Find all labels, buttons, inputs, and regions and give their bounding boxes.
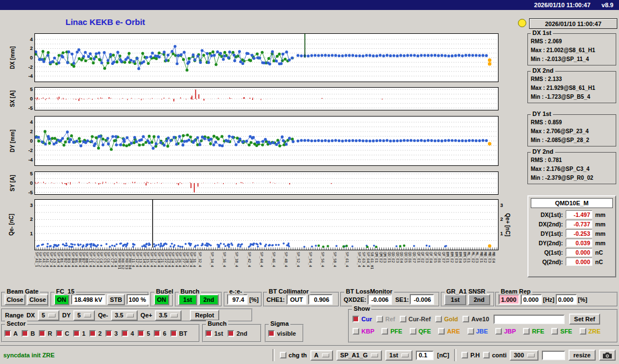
conti-checkbox[interactable] — [483, 352, 490, 358]
group-title: GR_A1 SNSR — [445, 288, 487, 295]
fc15-stb-button[interactable]: STB — [107, 294, 125, 305]
checkbox[interactable] — [410, 328, 416, 335]
ee-ratio-display: 97.4 — [227, 294, 248, 305]
checkbox[interactable] — [39, 330, 46, 337]
sector-6-toggle[interactable]: 6 — [154, 330, 166, 337]
beam-gate-close-2-button[interactable]: Close — [27, 294, 48, 305]
checkbox[interactable] — [462, 316, 469, 322]
checkbox[interactable] — [551, 328, 558, 335]
checkbox[interactable] — [138, 330, 144, 337]
group-jbe-toggle[interactable]: JBE — [467, 328, 488, 335]
sector-b-toggle[interactable]: B — [22, 330, 35, 337]
resize-button[interactable]: resize — [568, 350, 596, 361]
sector-c-toggle[interactable]: C — [56, 330, 69, 337]
group-jbp-toggle[interactable]: JBP — [495, 328, 516, 335]
bunch-select[interactable]: 1st — [385, 350, 412, 361]
ref-name-input[interactable] — [494, 315, 565, 324]
checkbox[interactable] — [580, 328, 586, 335]
group-kbp-toggle[interactable]: KBP — [353, 328, 374, 335]
group-zre-toggle[interactable]: ZRE — [580, 328, 601, 335]
sx-axis-label: SX [A] — [9, 90, 16, 107]
bunch-2nd-button[interactable]: 2nd — [199, 294, 219, 305]
sigma-visible-toggle[interactable]: visible — [268, 330, 296, 337]
checkbox[interactable] — [376, 316, 383, 322]
sector-4-toggle[interactable]: 4 — [122, 330, 134, 337]
show-cur-ref-toggle[interactable]: Cur-Ref — [400, 316, 431, 322]
beam-gate-close-1-button[interactable]: Close — [4, 294, 26, 305]
checkbox[interactable] — [89, 330, 96, 337]
y-tick-label: -4 — [28, 73, 33, 79]
conti-toggle[interactable]: conti — [483, 352, 506, 358]
checkbox[interactable] — [105, 330, 112, 337]
ph-checkbox[interactable] — [461, 352, 468, 358]
group-rfe-toggle[interactable]: RFE — [523, 328, 544, 335]
ph-toggle[interactable]: P.H — [461, 352, 480, 358]
checkbox[interactable] — [523, 328, 530, 335]
gr-2nd-button[interactable]: 2nd — [468, 294, 490, 305]
checkbox[interactable] — [467, 328, 474, 335]
range-qe-plus-select[interactable]: 3.5 — [155, 310, 182, 321]
monitor-row: Q(2nd):0.000nC — [529, 257, 615, 266]
ee-unit-label: [%] — [249, 296, 259, 303]
show-ref-toggle[interactable]: Ref — [376, 316, 395, 322]
show-gold-toggle[interactable]: Gold — [435, 316, 458, 322]
range-dx-select[interactable]: 5 — [38, 310, 59, 321]
checkbox[interactable] — [400, 316, 406, 322]
range-dy-select[interactable]: 5 — [73, 310, 95, 321]
group-qfe-toggle[interactable]: QFE — [410, 328, 431, 335]
threshold-input[interactable] — [416, 351, 434, 360]
bunch-1st-button[interactable]: 1st — [178, 294, 197, 305]
checkbox[interactable] — [170, 330, 177, 337]
checkbox[interactable] — [438, 328, 445, 335]
bpm-select[interactable]: SP_A1_G — [336, 350, 383, 361]
sector-5-toggle[interactable]: 5 — [138, 330, 150, 337]
bunch-1st-toggle[interactable]: 1st — [205, 330, 223, 337]
checkbox[interactable] — [435, 316, 442, 322]
monitor-title: QMD10E_M — [531, 198, 613, 208]
gr-1st-button[interactable]: 1st — [444, 294, 466, 305]
replot-button[interactable]: Replot — [190, 310, 219, 321]
checkbox[interactable] — [353, 328, 359, 335]
range-qe-minus-select[interactable]: 3.5 — [111, 310, 138, 321]
checkbox[interactable] — [4, 330, 11, 337]
group-pfe-toggle[interactable]: PFE — [381, 328, 402, 335]
aux-input[interactable] — [542, 351, 565, 360]
checkbox[interactable] — [495, 328, 502, 335]
trigger-select[interactable]: A — [310, 350, 333, 361]
camera-button[interactable] — [599, 350, 616, 361]
fc15-on-button[interactable]: ON — [54, 294, 69, 305]
checkbox-label: 2nd — [236, 330, 248, 337]
sector-3-toggle[interactable]: 3 — [105, 330, 118, 337]
x-axis-label: SP_52_4 — [296, 252, 300, 267]
x-axis-label: QF_E2 — [420, 252, 424, 263]
monitor-row-unit: mm — [595, 221, 606, 228]
checkbox[interactable] — [56, 330, 63, 337]
checkbox[interactable] — [381, 328, 388, 335]
sector-1-toggle[interactable]: 1 — [73, 330, 85, 337]
monitor-row-unit: mm — [595, 230, 606, 237]
checkbox[interactable] — [154, 330, 160, 337]
group-sfe-toggle[interactable]: SFE — [551, 328, 572, 335]
checkbox[interactable] — [122, 330, 128, 337]
chg-th-checkbox[interactable] — [280, 352, 286, 358]
checkbox[interactable] — [22, 330, 28, 337]
checkbox[interactable] — [228, 330, 234, 337]
checkbox[interactable] — [268, 330, 275, 337]
sector-bt-toggle[interactable]: BT — [170, 330, 188, 337]
chg-th-toggle[interactable]: chg th — [280, 352, 307, 358]
checkbox[interactable] — [353, 316, 359, 322]
checkbox[interactable] — [205, 330, 212, 337]
checkbox[interactable] — [73, 330, 80, 337]
show-cur-toggle[interactable]: Cur — [353, 316, 372, 322]
nc-unit-label: [nC] — [437, 352, 449, 358]
sector-r-toggle[interactable]: R — [39, 330, 52, 337]
rep-count-select[interactable]: 300 — [510, 350, 538, 361]
bunch-2nd-toggle[interactable]: 2nd — [228, 330, 248, 337]
group-are-toggle[interactable]: ARE — [438, 328, 460, 335]
x-axis-label: QM_E2 — [379, 252, 383, 263]
set-ref-button[interactable]: Set Ref — [569, 314, 600, 325]
sector-a-toggle[interactable]: A — [4, 330, 18, 337]
busel-on-button[interactable]: ON — [154, 294, 169, 305]
sector-2-toggle[interactable]: 2 — [89, 330, 102, 337]
show-ave10-toggle[interactable]: Ave10 — [462, 316, 489, 322]
